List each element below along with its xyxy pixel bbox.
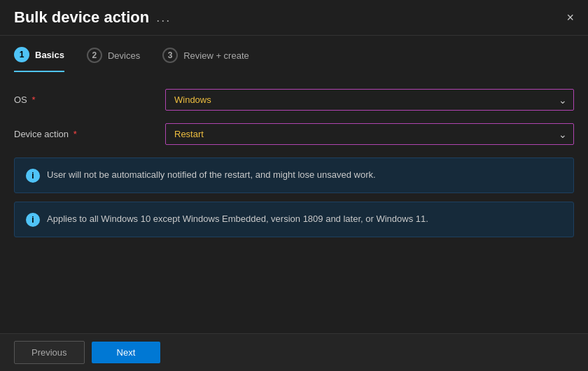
info-box-restart: i User will not be automatically notifie… — [14, 158, 574, 193]
step-basics[interactable]: 1 Basics — [14, 47, 64, 72]
steps-bar: 1 Basics 2 Devices 3 Review + create — [0, 36, 588, 72]
info-icon-1: i — [26, 169, 40, 183]
modal-body: OS * Windows iOS/iPadOS Android macOS ⌄ … — [0, 72, 588, 333]
os-label: OS * — [14, 94, 154, 105]
step-3-circle: 3 — [162, 48, 178, 63]
previous-button[interactable]: Previous — [14, 341, 85, 364]
step-2-label: Devices — [108, 50, 140, 61]
step-1-label: Basics — [35, 50, 64, 60]
info-text-1: User will not be automatically notified … — [47, 168, 376, 182]
close-button[interactable]: × — [566, 10, 574, 34]
info-box-windows: i Applies to all Windows 10 except Windo… — [14, 202, 574, 237]
info-icon-2: i — [26, 213, 40, 227]
modal-title: Bulk device action — [14, 8, 149, 35]
modal-title-row: Bulk device action ... — [14, 8, 171, 35]
os-form-row: OS * Windows iOS/iPadOS Android macOS ⌄ — [14, 89, 574, 111]
os-select[interactable]: Windows iOS/iPadOS Android macOS — [165, 89, 574, 111]
os-required: * — [29, 94, 36, 105]
modal-menu-dots[interactable]: ... — [156, 10, 171, 34]
step-review[interactable]: 3 Review + create — [162, 48, 249, 71]
info-text-2: Applies to all Windows 10 except Windows… — [47, 212, 428, 226]
device-action-select-wrapper: Restart Wipe Retire Sync ⌄ — [165, 123, 574, 145]
next-button[interactable]: Next — [92, 342, 161, 363]
step-3-label: Review + create — [183, 50, 249, 61]
modal-footer: Previous Next — [0, 333, 588, 371]
device-action-form-row: Device action * Restart Wipe Retire Sync… — [14, 123, 574, 145]
step-devices[interactable]: 2 Devices — [87, 48, 140, 71]
device-action-select[interactable]: Restart Wipe Retire Sync — [165, 123, 574, 145]
modal-header: Bulk device action ... × — [0, 0, 588, 36]
modal: Bulk device action ... × 1 Basics 2 Devi… — [0, 0, 588, 371]
step-2-circle: 2 — [87, 48, 102, 63]
device-action-required: * — [71, 129, 77, 139]
step-1-circle: 1 — [14, 47, 29, 62]
device-action-label: Device action * — [14, 129, 154, 139]
os-select-wrapper: Windows iOS/iPadOS Android macOS ⌄ — [165, 89, 574, 111]
